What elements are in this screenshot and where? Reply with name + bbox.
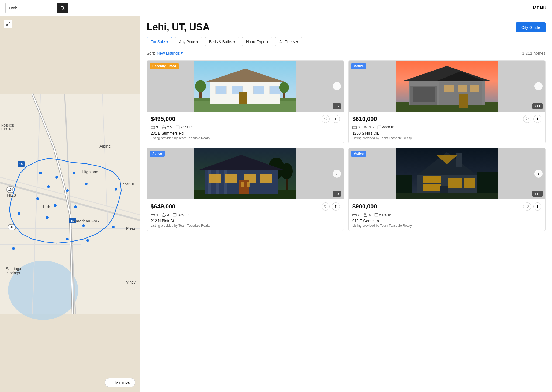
- listing-next-arrow[interactable]: ›: [534, 170, 543, 178]
- bed-icon: [151, 125, 155, 129]
- menu-button[interactable]: MENU: [533, 6, 547, 10]
- beds-detail: 7: [352, 213, 360, 217]
- share-button[interactable]: ⬆: [332, 115, 340, 123]
- listing-card[interactable]: Active +19 › $900,000 ♡ ⬆: [348, 148, 546, 231]
- filter-all-filters[interactable]: All Filters ▾: [275, 37, 302, 46]
- share-button[interactable]: ⬆: [533, 115, 541, 123]
- listing-image-container: Active +11 ›: [349, 61, 545, 112]
- svg-point-35: [82, 224, 85, 227]
- sort-row: Sort: New Listings ▾ 1,211 homes: [147, 51, 546, 55]
- listing-image: [349, 61, 545, 112]
- filter-any-price[interactable]: Any Price ▾: [175, 37, 202, 46]
- svg-point-27: [66, 189, 69, 192]
- favorite-button[interactable]: ♡: [322, 115, 330, 123]
- price-row: $649,000 ♡ ⬆: [151, 202, 340, 211]
- listings-grid: Recently Listed +5 › $495,000 ♡ ⬆: [147, 60, 546, 231]
- svg-rect-79: [458, 85, 467, 92]
- listing-image-container: Recently Listed +5 ›: [147, 61, 344, 112]
- city-guide-button[interactable]: City Guide: [516, 22, 546, 32]
- minimize-button[interactable]: ← Minimize: [105, 378, 135, 387]
- listing-card[interactable]: Active +9 › $649,000 ♡ ⬆: [147, 148, 344, 231]
- search-button[interactable]: [57, 4, 68, 13]
- svg-text:Springs: Springs: [7, 271, 20, 275]
- search-input[interactable]: [6, 4, 57, 12]
- filter-home-type[interactable]: Home Type ▾: [242, 37, 272, 46]
- photo-count: +5: [333, 103, 341, 109]
- photo-count: +9: [333, 191, 341, 197]
- svg-point-30: [36, 197, 39, 200]
- header: MENU: [0, 0, 552, 16]
- sqft-icon: [173, 213, 177, 217]
- listing-card[interactable]: Active +11 › $610,000 ♡ ⬆: [348, 60, 546, 144]
- svg-rect-78: [444, 85, 454, 92]
- action-icons: ♡ ⬆: [322, 202, 340, 211]
- svg-text:T HILLS: T HILLS: [4, 194, 16, 197]
- svg-text:45: 45: [10, 226, 13, 229]
- sort-value[interactable]: New Listings ▾: [157, 51, 183, 55]
- svg-text:Pleas: Pleas: [126, 226, 136, 230]
- listing-image-container: Active +19 ›: [349, 148, 545, 199]
- sqft-detail: 2441 ft²: [176, 125, 192, 129]
- share-button[interactable]: ⬆: [332, 202, 340, 211]
- action-icons: ♡ ⬆: [322, 115, 340, 123]
- filter-row: For Sale ▾ Any Price ▾ Beds & Baths ▾ Ho…: [147, 37, 546, 46]
- sqft-icon: [176, 125, 180, 129]
- listing-provider: Listing provided by Team Teasdale Realty: [151, 136, 340, 140]
- listing-badge: Active: [150, 151, 165, 157]
- sqft-detail: 4600 ft²: [377, 125, 394, 129]
- baths-detail: 2.5: [162, 125, 172, 129]
- chevron-down-icon: ▾: [196, 40, 198, 44]
- filter-for-sale[interactable]: For Sale ▾: [147, 37, 172, 46]
- beds-detail: 3: [151, 125, 158, 129]
- beds-value: 7: [358, 213, 360, 217]
- favorite-button[interactable]: ♡: [523, 202, 531, 211]
- sort-left: Sort: New Listings ▾: [147, 51, 183, 55]
- svg-text:Saratoga: Saratoga: [6, 267, 21, 271]
- search-icon: [60, 6, 65, 10]
- listing-next-arrow[interactable]: ›: [333, 82, 341, 90]
- bed-icon: [151, 213, 155, 217]
- map-expand-button[interactable]: [4, 20, 12, 28]
- listing-badge: Active: [351, 63, 366, 69]
- svg-text:Highland: Highland: [82, 169, 98, 174]
- beds-value: 3: [156, 125, 158, 129]
- minimize-label: Minimize: [115, 380, 130, 385]
- bed-icon: [352, 125, 357, 129]
- filter-beds-baths[interactable]: Beds & Baths ▾: [205, 37, 239, 46]
- svg-rect-102: [241, 182, 244, 187]
- svg-rect-113: [456, 153, 462, 167]
- listing-next-arrow[interactable]: ›: [333, 170, 341, 178]
- svg-rect-66: [151, 127, 155, 128]
- share-button[interactable]: ⬆: [533, 202, 541, 211]
- svg-rect-59: [253, 86, 264, 94]
- svg-text:NDENCE: NDENCE: [1, 124, 14, 127]
- minimize-arrow-icon: ←: [110, 380, 114, 385]
- listing-image-container: Active +9 ›: [147, 148, 344, 199]
- listing-next-arrow[interactable]: ›: [534, 82, 543, 90]
- baths-detail: 3: [162, 213, 169, 217]
- favorite-button[interactable]: ♡: [523, 115, 531, 123]
- svg-rect-125: [375, 213, 378, 216]
- listing-provider: Listing provided by Team Teasdale Realty: [352, 136, 541, 140]
- beds-value: 6: [358, 125, 360, 129]
- listing-card[interactable]: Recently Listed +5 › $495,000 ♡ ⬆: [147, 60, 344, 144]
- sqft-icon: [377, 125, 381, 129]
- svg-rect-61: [239, 92, 247, 104]
- svg-point-26: [47, 185, 50, 188]
- svg-rect-74: [413, 88, 435, 102]
- svg-rect-97: [209, 174, 221, 183]
- map-svg: 15 15 45 194: [0, 16, 140, 392]
- action-icons: ♡ ⬆: [523, 115, 541, 123]
- baths-detail: 5: [363, 213, 371, 217]
- svg-point-91: [281, 163, 293, 179]
- svg-rect-85: [378, 126, 381, 129]
- svg-point-24: [55, 176, 58, 178]
- sqft-value: 3962 ft²: [178, 213, 189, 217]
- svg-rect-80: [470, 85, 479, 92]
- svg-text:E POINT: E POINT: [1, 128, 13, 131]
- expand-icon: [6, 22, 10, 26]
- chevron-down-icon: ▾: [233, 40, 235, 44]
- favorite-button[interactable]: ♡: [322, 202, 330, 211]
- bath-icon: [363, 213, 368, 217]
- listing-address: 231 E Summers Rd.: [151, 131, 340, 135]
